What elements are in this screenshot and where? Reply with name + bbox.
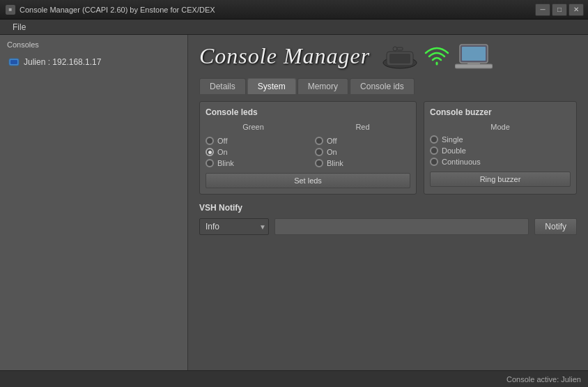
minimize-button[interactable]: ─ [535, 3, 550, 16]
red-blink-circle [315, 159, 323, 167]
tab-details[interactable]: Details [199, 78, 246, 94]
red-on-circle [315, 148, 323, 156]
red-off-radio[interactable]: Off [315, 137, 410, 145]
green-blink-circle [206, 159, 214, 167]
red-on-label: On [327, 148, 337, 156]
app-header: Console Manager [199, 42, 577, 70]
tab-console-ids[interactable]: Console ids [350, 78, 415, 94]
console-item[interactable]: Julien : 192.168.1.17 [4, 54, 183, 70]
title-bar-left: ■ Console Manager (CCAPI 2.60) by Enston… [6, 5, 215, 15]
title-bar: ■ Console Manager (CCAPI 2.60) by Enston… [0, 0, 588, 20]
sidebar-header: Consoles [4, 39, 183, 50]
leds-grid: Off Off On On [206, 137, 410, 167]
single-radio[interactable]: Single [430, 135, 571, 144]
vsh-section: VSH Notify Info Warning Error ▼ Notify [199, 203, 577, 235]
sidebar: Consoles Julien : 192.168.1.17 [0, 35, 188, 370]
green-on-circle [206, 148, 214, 156]
single-circle [430, 135, 438, 144]
main-layout: Consoles Julien : 192.168.1.17 Console M… [0, 35, 588, 370]
buzzer-panel: Console buzzer Mode Single Double Contin… [424, 101, 577, 195]
wifi-icon [423, 42, 451, 70]
green-off-circle [206, 137, 214, 145]
vsh-type-select[interactable]: Info Warning Error [199, 218, 269, 235]
red-off-label: Off [327, 137, 336, 145]
panels-row: Console leds Green Red Off Off [199, 101, 577, 195]
app-icon: ■ [6, 5, 15, 15]
content-area: Console Manager [188, 35, 588, 370]
svg-rect-8 [462, 47, 486, 61]
red-header: Red [315, 123, 410, 131]
leds-headers: Green Red [206, 123, 410, 134]
continuous-label: Continuous [442, 158, 481, 166]
continuous-radio[interactable]: Continuous [430, 158, 571, 166]
vsh-message-input[interactable] [274, 218, 529, 235]
svg-rect-4 [389, 54, 410, 63]
red-on-radio[interactable]: On [315, 148, 410, 156]
green-off-label: Off [217, 137, 227, 145]
close-button[interactable]: ✕ [568, 3, 584, 16]
leds-panel-title: Console leds [206, 107, 410, 117]
mode-header: Mode [430, 123, 571, 131]
app-title: Console Manager [199, 43, 370, 69]
vsh-select-wrapper: Info Warning Error ▼ [199, 218, 269, 235]
green-header: Green [206, 123, 301, 131]
buzzer-radio-group: Single Double Continuous [430, 135, 571, 166]
set-leds-button[interactable]: Set leds [206, 173, 410, 188]
continuous-circle [430, 158, 438, 166]
green-blink-label: Blink [217, 159, 234, 167]
vsh-title: VSH Notify [199, 203, 577, 213]
console-icon [8, 56, 20, 68]
status-bar: Console active: Julien [0, 370, 588, 387]
menu-bar: File [0, 20, 588, 35]
leds-panel: Console leds Green Red Off Off [199, 101, 417, 195]
single-label: Single [442, 135, 463, 144]
notify-button[interactable]: Notify [534, 218, 577, 235]
ring-buzzer-button[interactable]: Ring buzzer [430, 172, 571, 187]
file-menu[interactable]: File [6, 21, 33, 33]
title-controls: ─ □ ✕ [535, 3, 584, 16]
svg-point-5 [393, 47, 397, 51]
red-off-circle [315, 137, 323, 145]
console-label: Julien : 192.168.1.17 [24, 57, 101, 67]
green-on-label: On [217, 148, 228, 156]
double-radio[interactable]: Double [430, 146, 571, 155]
status-text: Console active: Julien [506, 375, 581, 384]
maximize-button[interactable]: □ [552, 3, 567, 16]
double-circle [430, 146, 438, 155]
window-title: Console Manager (CCAPI 2.60) by Enstone … [20, 6, 215, 14]
green-off-radio[interactable]: Off [206, 137, 301, 145]
tab-memory[interactable]: Memory [297, 78, 348, 94]
tabs: Details System Memory Console ids [199, 78, 577, 94]
laptop-icon [455, 42, 493, 70]
ps3-icon [381, 42, 419, 70]
header-icons [381, 42, 493, 70]
green-on-radio[interactable]: On [206, 148, 301, 156]
tab-system[interactable]: System [247, 78, 296, 94]
vsh-row: Info Warning Error ▼ Notify [199, 218, 577, 235]
red-blink-radio[interactable]: Blink [315, 159, 410, 167]
green-blink-radio[interactable]: Blink [206, 159, 301, 167]
double-label: Double [442, 146, 466, 155]
svg-rect-10 [467, 63, 480, 65]
svg-rect-6 [397, 47, 403, 50]
buzzer-panel-title: Console buzzer [430, 107, 571, 117]
red-blink-label: Blink [327, 159, 343, 167]
svg-rect-1 [10, 60, 17, 64]
